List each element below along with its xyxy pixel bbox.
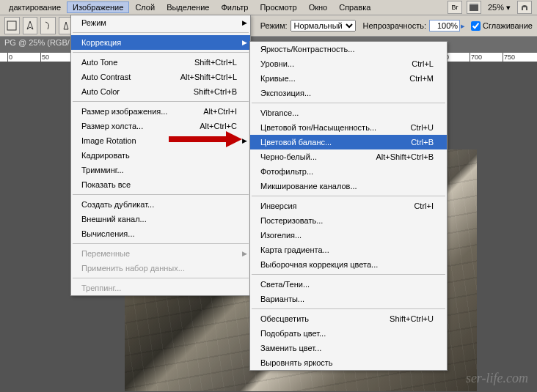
menubar: дактированиеИзображениеСлойВыделениеФиль…	[0, 0, 537, 15]
menu-item[interactable]: Варианты...	[250, 292, 447, 306]
menu-item: Треппинг...	[71, 281, 250, 295]
menu-item[interactable]: Уровни...Ctrl+L	[250, 56, 447, 71]
zoom-level[interactable]: 25% ▾	[488, 3, 511, 12]
menu-item[interactable]: ОбесцветитьShift+Ctrl+U	[250, 311, 447, 326]
menu-item[interactable]: Кривые...Ctrl+M	[250, 71, 447, 86]
menu-item[interactable]: Изогелия...	[250, 228, 447, 243]
menu-item[interactable]: Цветовой тон/Насыщенность...Ctrl+U	[250, 120, 447, 135]
screen-mode-icon[interactable]	[467, 1, 481, 14]
svg-rect-0	[470, 5, 478, 11]
svg-rect-2	[7, 21, 16, 30]
menu-дактирование[interactable]: дактирование	[3, 1, 67, 13]
submenu-arrow-icon: ▶	[242, 19, 247, 26]
menu-item[interactable]: Тримминг...	[71, 163, 250, 177]
image-menu-dropdown: Режим▶Коррекция▶Auto ToneShift+Ctrl+LAut…	[70, 15, 251, 296]
menu-item[interactable]: Постеризовать...	[250, 213, 447, 228]
menu-item[interactable]: Вычисления...	[71, 226, 250, 241]
menu-item[interactable]: Подобрать цвет...	[250, 326, 447, 341]
adjustments-submenu: Яркость/Контрастность...Уровни...Ctrl+LК…	[249, 41, 448, 371]
menu-item[interactable]: Режим▶	[71, 15, 250, 30]
menu-item[interactable]: Света/Тени...	[250, 277, 447, 292]
svg-rect-1	[470, 4, 478, 5]
menu-item[interactable]: Цветовой баланс...Ctrl+B	[250, 135, 447, 149]
menu-item[interactable]: Экспозиция...	[250, 86, 447, 100]
tool-icon-3[interactable]	[40, 17, 56, 34]
menu-item[interactable]: Auto ToneShift+Ctrl+L	[71, 55, 250, 70]
opacity-label: Непрозрачность:	[363, 21, 426, 30]
menu-слой[interactable]: Слой	[129, 1, 161, 13]
menu-item[interactable]: Карта градиента...	[250, 243, 447, 257]
menu-item[interactable]: Image Rotation▶	[71, 133, 250, 148]
menu-просмотр[interactable]: Просмотр	[254, 1, 302, 13]
menu-item[interactable]: Auto ContrastAlt+Shift+Ctrl+L	[71, 70, 250, 84]
smooth-checkbox[interactable]	[471, 21, 481, 31]
menu-окно[interactable]: Окно	[303, 1, 334, 13]
blend-mode-select[interactable]: Нормальный	[291, 20, 356, 32]
menu-item[interactable]: Vibrance...	[250, 106, 447, 120]
menu-item[interactable]: Заменить цвет...	[250, 341, 447, 355]
opacity-input[interactable]	[429, 20, 460, 32]
opacity-arrow-icon[interactable]: ▸	[461, 21, 465, 31]
menu-item: Переменные▶	[71, 246, 250, 261]
tool-icon-1[interactable]	[4, 17, 20, 34]
menu-item[interactable]: Выровнять яркость	[250, 355, 447, 370]
tool-icon-2[interactable]	[23, 17, 38, 34]
smooth-label: Сглаживание	[483, 21, 533, 30]
menu-изображение[interactable]: Изображение	[67, 1, 129, 13]
mode-label: Режим:	[260, 21, 288, 30]
menu-item[interactable]: Размер изображения...Alt+Ctrl+I	[71, 104, 250, 119]
menu-справка[interactable]: Справка	[333, 1, 376, 13]
menu-item[interactable]: Создать дубликат...	[71, 197, 250, 212]
menu-item[interactable]: Внешний канал...	[71, 212, 250, 226]
menu-выделение[interactable]: Выделение	[161, 1, 215, 13]
menu-item[interactable]: Коррекция▶	[71, 35, 250, 50]
menu-item[interactable]: ИнверсияCtrl+I	[250, 199, 447, 213]
submenu-arrow-icon: ▶	[242, 39, 247, 46]
menu-item[interactable]: Черно-белый...Alt+Shift+Ctrl+B	[250, 149, 447, 164]
menu-item[interactable]: Фотофильтр...	[250, 164, 447, 179]
bridge-icon[interactable]: Br	[448, 1, 462, 14]
hand-tool-icon[interactable]	[517, 1, 532, 14]
submenu-arrow-icon: ▶	[242, 250, 247, 257]
menu-фильтр[interactable]: Фильтр	[215, 1, 254, 13]
menu-item[interactable]: Кадрировать	[71, 148, 250, 163]
menu-item: Применить набор данных...	[71, 261, 250, 275]
menu-item[interactable]: Размер холста...Alt+Ctrl+C	[71, 119, 250, 133]
submenu-arrow-icon: ▶	[242, 137, 247, 144]
menu-item[interactable]: Выборочная коррекция цвета...	[250, 257, 447, 272]
menu-item[interactable]: Auto ColorShift+Ctrl+B	[71, 84, 250, 99]
menu-item[interactable]: Микширование каналов...	[250, 179, 447, 193]
menu-item[interactable]: Показать все	[71, 177, 250, 192]
menu-item[interactable]: Яркость/Контрастность...	[250, 42, 447, 56]
